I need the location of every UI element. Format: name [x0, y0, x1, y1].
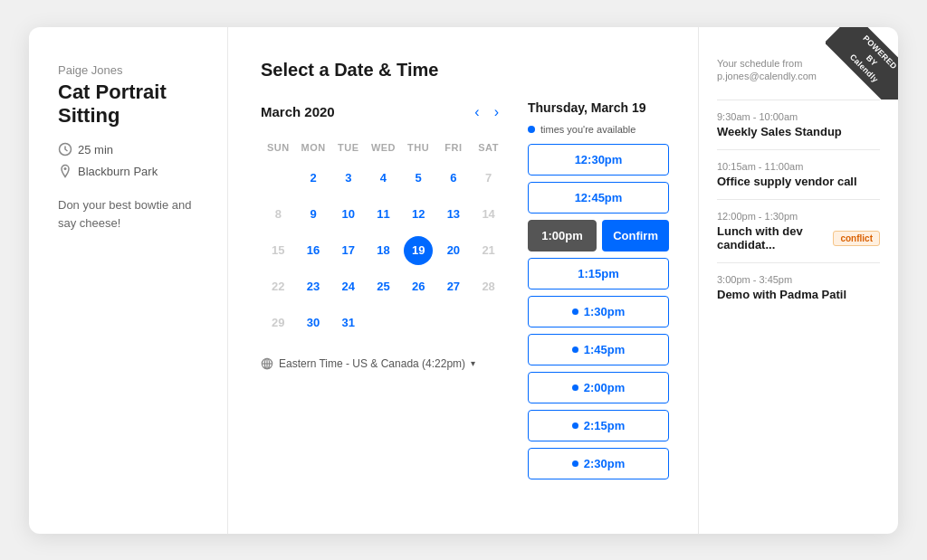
day-button[interactable]: 16 [299, 236, 328, 265]
dow-header: FRI [436, 138, 472, 160]
schedule-from-info: Your schedule from p.jones@calendly.com [717, 56, 817, 82]
calendar-cell: 3 [330, 160, 366, 196]
calendar-cell: 22 [261, 269, 296, 305]
calendar-cell [366, 305, 401, 341]
day-button[interactable]: 13 [439, 200, 468, 229]
middle-panel: Select a Date & Time March 2020 ‹ › SUNM… [228, 27, 699, 534]
calendar-cell: 28 [471, 269, 506, 305]
slots-section: Thursday, March 19 times you're availabl… [528, 100, 673, 486]
calendar-cell: 24 [330, 269, 366, 305]
calendar-cell: 27 [436, 269, 472, 305]
schedule-event: 12:00pm - 1:30pmLunch with dev candidat.… [717, 199, 880, 262]
duration-row: 25 min [58, 142, 202, 157]
day-button[interactable]: 25 [368, 272, 397, 301]
calendar-cell [436, 305, 472, 341]
time-slots-section: March 2020 ‹ › SUNMONTUEWEDTHUFRISAT 234… [261, 100, 673, 486]
day-button[interactable]: 5 [404, 164, 433, 193]
day-button[interactable]: 24 [334, 272, 363, 301]
calendar-cell: 23 [296, 269, 331, 305]
day-button[interactable]: 18 [368, 236, 397, 265]
dow-header: WED [366, 138, 401, 160]
calendly-ribbon: POWERED BY Calendly [826, 27, 898, 100]
slots-scroll-area[interactable]: 12:30pm12:45pm1:00pmConfirm1:15pm1:30pm1… [528, 144, 673, 486]
confirm-button[interactable]: Confirm [602, 220, 669, 252]
calendar-cell: 13 [436, 196, 472, 233]
day-button[interactable]: 20 [439, 236, 468, 265]
schedule-event-name: Demo with Padma Patil [717, 288, 880, 301]
time-slot-button[interactable]: 1:30pm [528, 296, 669, 327]
calendar-cell: 4 [366, 160, 401, 196]
day-button[interactable]: 11 [368, 200, 397, 229]
day-button[interactable]: 3 [334, 164, 363, 193]
day-button[interactable]: 14 [474, 200, 503, 229]
calendar-cell: 9 [296, 196, 331, 233]
schedule-events: 9:30am - 10:00amWeekly Sales Standup10:1… [717, 100, 880, 312]
time-slot-button[interactable]: 12:45pm [528, 182, 669, 214]
timezone-label: Eastern Time - US & Canada (4:22pm) [279, 357, 465, 370]
prev-month-button[interactable]: ‹ [467, 100, 486, 124]
left-panel: Paige Jones Cat Portrait Sitting 25 min … [29, 27, 228, 534]
dow-header: TUE [330, 138, 366, 160]
location-icon [58, 164, 72, 178]
slot-dot [572, 422, 578, 429]
day-button[interactable]: 10 [334, 200, 363, 229]
next-month-button[interactable]: › [487, 100, 506, 124]
right-panel: Your schedule from p.jones@calendly.com … [699, 27, 898, 534]
schedule-email: p.jones@calendly.com [717, 71, 817, 81]
day-button[interactable]: 12 [404, 200, 433, 229]
conflict-badge: conflict [833, 231, 880, 246]
organizer-name: Paige Jones [58, 63, 202, 77]
day-button[interactable]: 30 [299, 308, 328, 337]
calendar-grid: SUNMONTUEWEDTHUFRISAT 234567891011121314… [261, 138, 506, 341]
calendar-cell: 21 [471, 233, 506, 269]
time-slot-button[interactable]: 2:15pm [528, 410, 669, 441]
day-button[interactable]: 21 [474, 236, 503, 265]
day-button[interactable]: 27 [439, 272, 468, 301]
slot-dot [572, 384, 578, 391]
day-button[interactable]: 23 [299, 272, 328, 301]
calendar-cell [261, 160, 296, 196]
day-button[interactable]: 28 [474, 272, 503, 301]
calendar-cell: 31 [330, 305, 366, 341]
main-card: POWERED BY Calendly Paige Jones Cat Port… [29, 27, 898, 534]
calendar-cell: 19 [401, 233, 436, 269]
calendar-cell: 17 [330, 233, 366, 269]
day-button[interactable]: 29 [263, 308, 292, 337]
day-button[interactable]: 17 [334, 236, 363, 265]
section-title: Select a Date & Time [261, 60, 673, 81]
calendar-header: March 2020 ‹ › [261, 100, 506, 124]
day-button[interactable]: 7 [474, 164, 503, 193]
svg-point-1 [64, 167, 67, 170]
day-button[interactable]: 6 [439, 164, 468, 193]
day-button[interactable]: 31 [334, 308, 363, 337]
day-button[interactable]: 8 [263, 200, 292, 229]
day-button[interactable]: 9 [299, 200, 328, 229]
day-button[interactable]: 19 [404, 236, 433, 265]
calendar-cell [401, 305, 436, 341]
day-button[interactable]: 2 [299, 164, 328, 193]
day-button[interactable]: 26 [404, 272, 433, 301]
time-slot-button[interactable]: 12:30pm [528, 144, 669, 176]
calendar-cell: 29 [261, 305, 296, 341]
dow-header: THU [401, 138, 436, 160]
calendar-cell [471, 305, 506, 341]
day-button[interactable]: 15 [263, 236, 292, 265]
day-button[interactable]: 22 [263, 272, 292, 301]
time-slot-button[interactable]: 1:45pm [528, 334, 669, 365]
schedule-event: 10:15am - 11:00amOffice supply vendor ca… [717, 149, 880, 199]
slot-dot [572, 346, 578, 353]
calendar-cell: 2 [296, 160, 331, 196]
schedule-event-time: 9:30am - 10:00am [717, 111, 880, 122]
slot-confirm-row: 1:00pmConfirm [528, 220, 669, 252]
time-slot-button[interactable]: 2:30pm [528, 448, 669, 479]
dow-header: SAT [471, 138, 506, 160]
timezone-row[interactable]: Eastern Time - US & Canada (4:22pm) ▾ [261, 357, 506, 370]
calendar-cell: 30 [296, 305, 331, 341]
time-slot-button[interactable]: 1:15pm [528, 258, 669, 289]
month-label: March 2020 [261, 104, 467, 119]
globe-icon [261, 357, 273, 370]
time-slot-button[interactable]: 2:00pm [528, 372, 669, 403]
ribbon-text: POWERED BY Calendly [826, 27, 898, 100]
day-button[interactable]: 4 [368, 164, 397, 193]
slot-dot [572, 308, 578, 315]
